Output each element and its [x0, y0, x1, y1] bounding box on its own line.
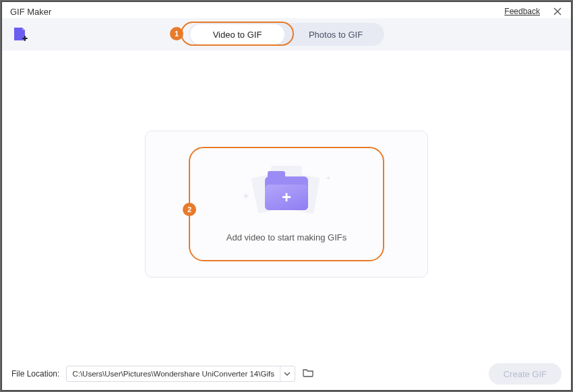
drop-text: Add video to start making GIFs [227, 232, 346, 242]
gif-maker-window: GIF Maker Feedback Video to GIF Photos t [1, 1, 572, 391]
folder-plus-icon: + [265, 176, 308, 210]
browse-folder-icon[interactable] [302, 366, 314, 381]
drop-card: ✦ ✦ + Add video to start making GIFs 2 [145, 131, 428, 277]
tab-video-to-gif[interactable]: Video to GIF [190, 24, 284, 44]
mode-tabs: Video to GIF Photos to GIF [189, 23, 384, 46]
feedback-link[interactable]: Feedback [504, 7, 540, 16]
tab-label: Photos to GIF [309, 30, 363, 40]
main-area: ✦ ✦ + Add video to start making GIFs 2 [2, 51, 571, 358]
tab-label: Video to GIF [213, 30, 262, 40]
drop-illustration: ✦ ✦ + [239, 166, 334, 220]
file-location-box: C:\Users\User\Pictures\Wondershare UniCo… [66, 366, 295, 382]
footer: File Location: C:\Users\User\Pictures\Wo… [2, 358, 571, 390]
window-title: GIF Maker [10, 7, 51, 17]
create-gif-label: Create GIF [504, 369, 547, 379]
chevron-down-icon[interactable] [280, 366, 295, 381]
titlebar-actions: Feedback [504, 6, 563, 17]
file-location-label: File Location: [11, 369, 59, 379]
toolbar: Video to GIF Photos to GIF 1 [2, 18, 571, 51]
callout-badge-1: 1 [170, 27, 183, 40]
close-icon[interactable] [552, 6, 563, 17]
create-gif-button: Create GIF [489, 363, 562, 385]
app-logo-icon [11, 26, 29, 43]
titlebar: GIF Maker Feedback [2, 2, 571, 18]
tab-photos-to-gif[interactable]: Photos to GIF [289, 24, 383, 44]
file-location-path: C:\Users\User\Pictures\Wondershare UniCo… [67, 370, 280, 378]
add-video-dropzone[interactable]: ✦ ✦ + Add video to start making GIFs [189, 147, 384, 261]
